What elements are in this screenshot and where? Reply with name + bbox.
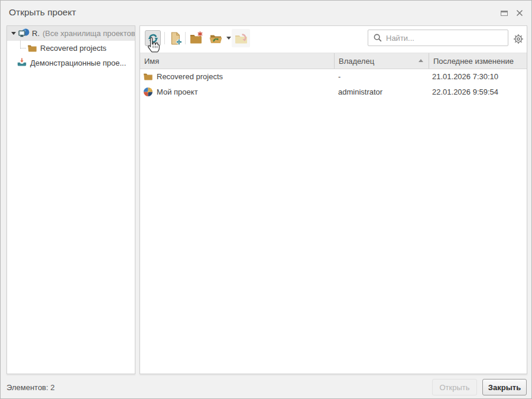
column-header-owner[interactable]: Владелец	[334, 53, 429, 69]
titlebar: Открыть проект	[1, 1, 531, 25]
project-icon	[143, 87, 153, 97]
new-project-icon	[168, 31, 183, 46]
project-list-panel: Имя Владелец Последнее изменение Recover…	[140, 25, 527, 374]
storage-workstation-icon	[18, 28, 30, 41]
column-header-modified[interactable]: Последнее изменение	[429, 53, 527, 69]
sort-ascending-icon	[419, 59, 423, 62]
new-folder-icon	[189, 31, 203, 46]
open-project-dialog: Открыть проект	[0, 0, 532, 399]
toolbar-separator	[164, 32, 165, 44]
settings-button[interactable]	[512, 33, 525, 46]
folder-icon	[27, 43, 37, 55]
table-header: Имя Владелец Последнее изменение	[140, 53, 527, 69]
folder-icon	[143, 72, 153, 82]
close-button[interactable]	[512, 7, 527, 20]
column-label: Владелец	[339, 57, 374, 66]
column-header-name[interactable]: Имя	[140, 53, 334, 69]
dialog-title: Открыть проект	[9, 7, 76, 18]
row-name: Recovered projects	[157, 72, 223, 81]
restore-folder-icon	[209, 31, 223, 46]
restore-project-button[interactable]	[207, 30, 223, 46]
tree-item-label: R.	[32, 29, 40, 38]
tree-item-label: Recovered projects	[40, 44, 106, 53]
search-input[interactable]	[386, 34, 508, 43]
close-icon	[516, 9, 523, 17]
import-folder-icon	[234, 31, 248, 46]
table-row[interactable]: Мой проект administrator 22.01.2026 9:59…	[140, 84, 527, 99]
maximize-button[interactable]	[497, 7, 511, 20]
tree-item-recovered-projects[interactable]: Recovered projects	[7, 41, 135, 56]
row-modified: 22.01.2026 9:59:54	[429, 84, 527, 99]
import-project-button[interactable]	[232, 29, 250, 47]
tree-item-label: Демонстрационные прое...	[30, 59, 126, 67]
maximize-icon	[501, 11, 508, 16]
toolbar-separator	[185, 32, 186, 44]
items-count-status: Элементов: 2	[7, 383, 54, 392]
storage-tree-panel: R. (Все хранилища проектов) Recovered pr…	[7, 25, 135, 374]
demo-projects-tray-icon	[17, 57, 27, 70]
search-box	[368, 30, 508, 46]
tree-item-sublabel: (Все хранилища проектов)	[43, 29, 135, 38]
tree-connector	[20, 41, 26, 48]
refresh-icon	[147, 33, 159, 44]
search-icon	[373, 33, 382, 43]
new-folder-button[interactable]	[188, 30, 204, 46]
row-owner: administrator	[334, 84, 429, 99]
row-modified: 21.01.2026 7:30:10	[429, 69, 527, 84]
refresh-button[interactable]	[145, 30, 161, 46]
open-button[interactable]: Открыть	[432, 379, 477, 395]
tree-item-all-storages[interactable]: R. (Все хранилища проектов)	[7, 26, 135, 41]
table-row[interactable]: Recovered projects - 21.01.2026 7:30:10	[140, 69, 527, 84]
tree-item-demo-projects[interactable]: Демонстрационные прое...	[7, 56, 135, 70]
column-label: Последнее изменение	[433, 57, 514, 66]
expander-icon[interactable]	[11, 32, 16, 35]
restore-dropdown-caret[interactable]	[226, 37, 231, 40]
row-owner: -	[334, 69, 429, 84]
close-dialog-button[interactable]: Закрыть	[482, 379, 527, 395]
column-label: Имя	[144, 57, 159, 66]
row-name: Мой проект	[157, 87, 198, 96]
toolbar	[140, 26, 527, 52]
gear-icon	[512, 33, 524, 45]
new-project-button[interactable]	[167, 30, 183, 46]
